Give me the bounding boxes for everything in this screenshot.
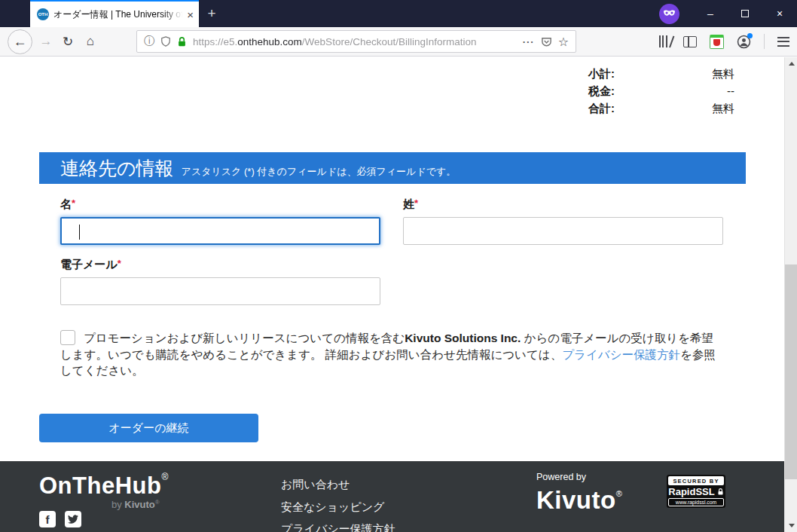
summary-row-tax: 税金: --	[588, 82, 734, 99]
first-name-input[interactable]	[60, 217, 380, 245]
first-name-field-group: 名*	[60, 197, 380, 245]
brand-registered-mark: ®	[161, 472, 168, 482]
back-button[interactable]: ←	[8, 29, 32, 54]
last-name-input[interactable]	[403, 217, 723, 245]
maximize-button[interactable]	[728, 0, 762, 27]
ssl-url: www.rapidssl.com	[668, 498, 724, 506]
footer-links: お問い合わせ 安全なショッピング プライバシー保護方針	[281, 478, 395, 532]
reload-button[interactable]: ↻	[56, 34, 79, 50]
brand-byline: by Kivuto®	[111, 499, 160, 510]
email-input[interactable]	[60, 277, 380, 305]
private-browsing-mask-icon	[659, 4, 679, 24]
extension-glyph	[713, 39, 720, 46]
tax-label: 税金:	[588, 82, 615, 99]
bookmark-star-icon[interactable]: ☆	[558, 35, 569, 49]
powered-by-text: Powered by	[536, 472, 622, 482]
rapidssl-badge[interactable]: SECURED BY RapidSSL www.rapidssl.com	[667, 475, 725, 508]
site-favicon-icon: OTH	[37, 8, 49, 20]
consent-text-pre: プロモーションおよび新しいリリースについての情報を含む	[84, 332, 405, 344]
twitter-icon[interactable]	[65, 511, 81, 527]
navigation-toolbar: ← → ↻ ⌂ ⓘ https://e5.onthehub.com/WebSto…	[0, 27, 797, 57]
menu-hamburger-icon[interactable]	[777, 37, 789, 47]
kivuto-logo: Powered by Kivuto®	[536, 472, 622, 512]
tab-title: オーダー情報 | The University of T	[53, 8, 182, 21]
required-asterisk: *	[118, 258, 121, 269]
close-button[interactable]: ×	[762, 0, 797, 27]
page-info-icon[interactable]: ⓘ	[144, 35, 154, 48]
url-text[interactable]: https://e5.onthehub.com/WebStore/Checkou…	[193, 36, 517, 47]
email-field-group: 電子メール*	[60, 258, 380, 305]
text-caret	[79, 225, 80, 240]
kivuto-wordmark: Kivuto®	[536, 482, 622, 512]
page-footer: OnTheHub® by Kivuto® f お問い合わせ 安全なショッピング …	[0, 461, 784, 532]
scroll-up-arrow[interactable]	[785, 57, 797, 70]
social-icons: f	[39, 511, 81, 527]
email-label: 電子メール*	[60, 258, 380, 272]
first-name-label: 名*	[60, 197, 380, 212]
total-value: 無料	[712, 99, 734, 117]
required-asterisk: *	[72, 197, 75, 209]
new-tab-button[interactable]: +	[199, 0, 224, 27]
last-name-field-group: 姓*	[403, 197, 723, 245]
ssl-secured-by: SECURED BY	[668, 476, 724, 485]
scrollbar-thumb[interactable]	[785, 264, 797, 479]
pocket-icon[interactable]	[541, 36, 552, 47]
section-subtitle: アスタリスク (*) 付きのフィールドは、必須フィールドです。	[182, 165, 457, 179]
page-content: 小計: 無料 税金: -- 合計: 無料 連絡先の情報 アスタリスク (*) 付…	[0, 57, 797, 532]
ssl-brand-row: RapidSSL	[668, 485, 724, 498]
ssl-lock-icon	[717, 488, 724, 496]
account-notification-dot	[747, 33, 753, 38]
onthehub-logo: OnTheHub®	[39, 472, 169, 500]
contact-info-section-header: 連絡先の情報 アスタリスク (*) 付きのフィールドは、必須フィールドです。	[39, 152, 746, 184]
home-button[interactable]: ⌂	[79, 34, 102, 49]
page-actions-icon[interactable]: ···	[523, 36, 535, 47]
minimize-button[interactable]: –	[693, 0, 728, 27]
titlebar: OTH オーダー情報 | The University of T × + – ×	[0, 0, 797, 27]
tab-close-icon[interactable]: ×	[187, 9, 194, 20]
summary-row-total: 合計: 無料	[588, 99, 734, 117]
library-icon[interactable]	[659, 35, 671, 47]
footer-link-contact[interactable]: お問い合わせ	[281, 478, 395, 492]
continue-order-button[interactable]: オーダーの継続	[39, 414, 258, 442]
privacy-policy-link[interactable]: プライバシー保護方針	[562, 348, 680, 361]
footer-link-privacy-policy[interactable]: プライバシー保護方針	[281, 522, 395, 532]
sidebar-toggle-icon[interactable]	[683, 36, 697, 47]
footer-link-secure-shopping[interactable]: 安全なショッピング	[281, 500, 395, 515]
subtotal-value: 無料	[712, 65, 734, 82]
forward-button[interactable]: →	[35, 34, 56, 49]
url-domain: onthehub.com	[237, 36, 302, 47]
url-path: /WebStore/Checkout/BillingInformation	[302, 36, 477, 47]
tax-value: --	[727, 82, 734, 99]
toolbar-right-icons	[659, 34, 790, 49]
url-prefix: https://e5.	[193, 36, 237, 47]
toolbar-divider	[764, 34, 765, 49]
tab-strip-spacer	[0, 0, 30, 27]
tracking-protection-shield-icon[interactable]	[160, 35, 171, 47]
order-summary: 小計: 無料 税金: -- 合計: 無料	[588, 65, 734, 117]
titlebar-drag-area	[224, 0, 659, 27]
section-title: 連絡先の情報	[60, 152, 174, 184]
browser-tab[interactable]: OTH オーダー情報 | The University of T ×	[30, 0, 199, 27]
maximize-icon	[741, 10, 749, 17]
https-lock-icon[interactable]	[177, 36, 187, 47]
last-name-label: 姓*	[403, 197, 723, 212]
marketing-consent-checkbox[interactable]	[60, 330, 75, 345]
window-controls: – ×	[693, 0, 797, 27]
summary-row-subtotal: 小計: 無料	[588, 65, 734, 82]
firefox-account-icon[interactable]	[737, 35, 751, 49]
marketing-consent-text: プロモーションおよび新しいリリースについての情報を含むKivuto Soluti…	[60, 330, 717, 379]
required-asterisk: *	[414, 197, 418, 209]
facebook-icon[interactable]: f	[39, 511, 56, 527]
extension-icon[interactable]	[710, 35, 724, 49]
rapidssl-name: RapidSSL	[668, 486, 714, 497]
scroll-down-arrow[interactable]	[785, 519, 797, 532]
subtotal-label: 小計:	[588, 65, 615, 82]
consent-company-name: Kivuto Solutions Inc.	[405, 332, 521, 344]
url-bar[interactable]: ⓘ https://e5.onthehub.com/WebStore/Check…	[136, 30, 576, 53]
vertical-scrollbar[interactable]	[784, 57, 797, 532]
total-label: 合計:	[588, 99, 615, 117]
